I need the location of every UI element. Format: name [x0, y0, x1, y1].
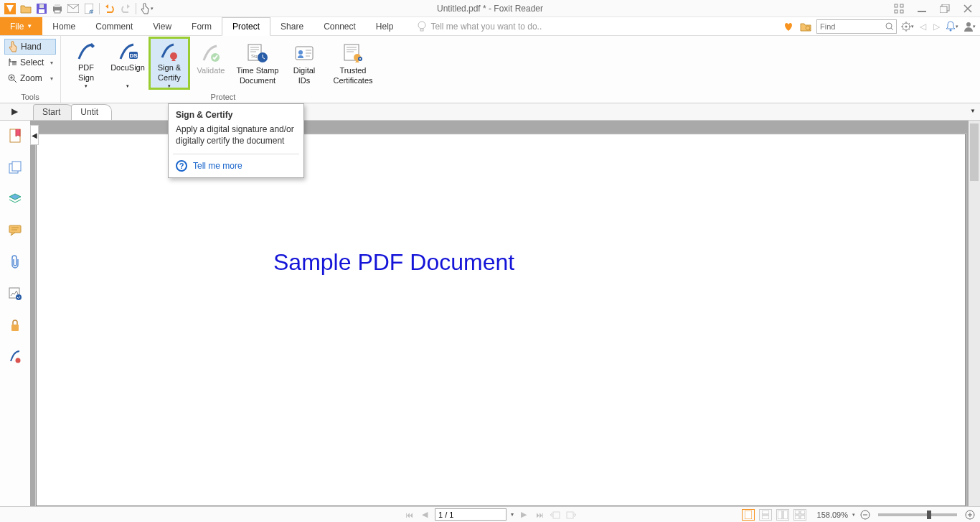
doc-tab-untitled[interactable]: Untit [71, 104, 112, 120]
chevron-down-icon: ▾ [50, 60, 53, 66]
svg-point-17 [418, 22, 425, 29]
docusign-label: DocuSign [110, 63, 145, 73]
vertical-scrollbar[interactable] [969, 121, 980, 506]
last-page-icon[interactable]: ⏭ [534, 509, 545, 521]
tab-help[interactable]: Help [366, 17, 404, 35]
prev-view-icon[interactable] [550, 509, 561, 521]
email-icon[interactable] [66, 1, 80, 16]
zoom-slider[interactable] [878, 513, 957, 516]
single-page-view-icon[interactable] [742, 509, 755, 521]
scroll-thumb[interactable] [970, 123, 979, 181]
ribbon: Hand Select▾ Zoom▾ Tools PDF Sign▾ DS Do… [0, 36, 980, 103]
open-icon[interactable] [19, 1, 33, 16]
tab-form[interactable]: Form [182, 17, 222, 35]
continuous-view-icon[interactable] [759, 509, 772, 521]
tab-view[interactable]: View [143, 17, 182, 35]
certificate-icon [341, 42, 364, 65]
security-icon[interactable] [7, 317, 23, 333]
file-tab-label: File [10, 22, 24, 32]
chevron-down-icon[interactable]: ▾ [852, 512, 855, 518]
sign-certify-button[interactable]: Sign & Certify▾ [149, 37, 190, 90]
tell-me-placeholder: Tell me what you want to do.. [431, 22, 542, 32]
tool-zoom[interactable]: Zoom▾ [4, 70, 56, 86]
find-options-icon[interactable]: ▾ [901, 20, 914, 33]
pages-icon[interactable] [7, 159, 23, 175]
tool-select[interactable]: Select▾ [4, 55, 56, 70]
facing-view-icon[interactable] [776, 509, 789, 521]
pen-icon [75, 42, 98, 62]
svg-rect-16 [940, 6, 947, 13]
heart-icon[interactable] [782, 20, 795, 33]
svg-rect-57 [801, 516, 805, 519]
digital-ids-icon [293, 42, 316, 65]
svg-rect-6 [55, 10, 60, 13]
image-check-icon[interactable] [7, 286, 23, 302]
prev-page-icon[interactable]: ◀ [419, 509, 430, 521]
next-view-icon[interactable] [565, 509, 577, 521]
continuous-facing-view-icon[interactable] [793, 509, 806, 521]
timestamp-button[interactable]: Sign Time Stamp Document [232, 37, 283, 89]
ribbon-display-icon[interactable] [891, 1, 907, 17]
minimize-icon[interactable] [914, 1, 930, 17]
tab-list-dropdown-icon[interactable]: ▼ [970, 108, 976, 114]
restore-icon[interactable] [937, 1, 953, 17]
sign-certify-icon [158, 42, 181, 62]
file-tab[interactable]: File▼ [0, 17, 42, 35]
page-input[interactable] [435, 508, 507, 521]
tell-me-search[interactable]: Tell me what you want to do.. [417, 17, 782, 35]
signatures-icon[interactable] [7, 349, 23, 365]
svg-point-24 [966, 22, 971, 27]
search-folder-icon[interactable] [799, 20, 812, 33]
next-page-icon[interactable]: ▶ [518, 509, 529, 521]
document-viewport[interactable]: Sample PDF Document [30, 121, 980, 506]
svg-rect-42 [9, 225, 21, 233]
tool-hand[interactable]: Hand [4, 39, 56, 55]
tab-home[interactable]: Home [42, 17, 85, 35]
group-label-tools: Tools [21, 91, 39, 103]
trusted-certs-button[interactable]: Trusted Certificates [325, 37, 381, 89]
tooltip-title: Sign & Certify [176, 110, 296, 120]
separator [173, 154, 299, 154]
undo-icon[interactable] [103, 1, 117, 16]
new-blank-icon[interactable] [82, 1, 96, 16]
doc-tab-start[interactable]: Start [33, 104, 74, 120]
svg-point-38 [359, 58, 361, 60]
group-tools: Hand Select▾ Zoom▾ Tools [0, 36, 61, 103]
attachments-icon[interactable] [7, 254, 23, 270]
zoom-slider-handle[interactable] [927, 511, 931, 519]
zoom-in-icon[interactable] [964, 509, 976, 521]
tab-protect[interactable]: Protect [222, 17, 270, 36]
notification-icon[interactable]: ▾ [946, 20, 958, 33]
tab-share[interactable]: Share [270, 17, 314, 35]
digital-ids-button[interactable]: Digital IDs [283, 37, 325, 89]
close-icon[interactable] [960, 1, 976, 17]
chevron-down-icon[interactable]: ▾ [511, 511, 514, 518]
print-icon[interactable] [50, 1, 65, 16]
find-next-icon[interactable]: ▷ [932, 22, 941, 32]
find-prev-icon[interactable]: ◁ [918, 22, 928, 32]
zoom-out-icon[interactable] [859, 509, 871, 521]
tell-me-more-link[interactable]: ? Tell me more [176, 160, 296, 172]
menu-right-cluster: ▾ ◁ ▷ ▾ ▾ [782, 17, 980, 35]
comments-icon[interactable] [7, 223, 23, 238]
svg-point-44 [16, 294, 22, 300]
svg-rect-47 [553, 512, 560, 518]
tab-connect[interactable]: Connect [314, 17, 366, 35]
first-page-icon[interactable]: ⏮ [403, 509, 415, 521]
bookmarks-icon[interactable] [7, 128, 23, 144]
document-tab-strip: ▶ Start Untit ▼ [0, 103, 980, 121]
touch-mode-icon[interactable]: ▾ [139, 1, 154, 16]
redo-icon[interactable] [118, 1, 133, 16]
user-account-icon[interactable]: ▾ [963, 20, 976, 33]
foxit-logo-icon[interactable] [3, 1, 17, 16]
find-input[interactable] [816, 19, 897, 34]
tab-comment[interactable]: Comment [85, 17, 143, 35]
layers-icon[interactable] [7, 191, 23, 207]
pdf-sign-button[interactable]: PDF Sign▾ [65, 37, 107, 89]
docusign-button[interactable]: DS DocuSign▾ [107, 37, 149, 89]
nav-collapse-handle[interactable]: ◀ [30, 125, 39, 145]
status-bar: ⏮ ◀ ▾ ▶ ⏭ 158.09% ▾ [0, 506, 980, 522]
svg-point-46 [16, 358, 21, 363]
save-icon[interactable] [34, 1, 49, 16]
nav-pane-expand-icon[interactable]: ▶ [11, 106, 18, 116]
